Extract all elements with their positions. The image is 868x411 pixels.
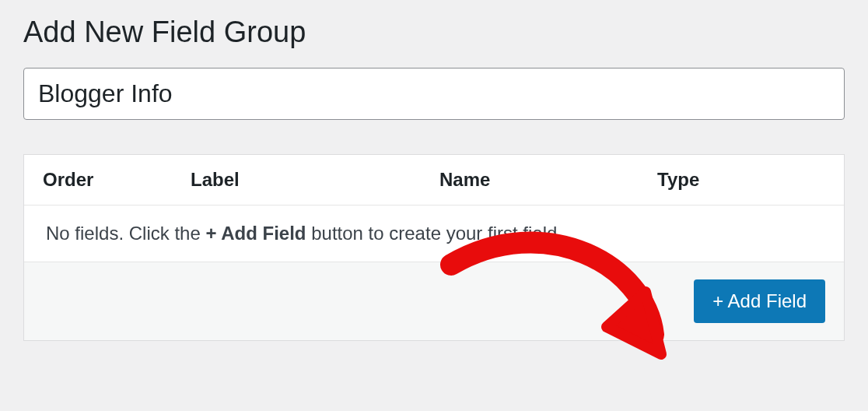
add-field-button[interactable]: + Add Field xyxy=(694,279,825,323)
column-header-type: Type xyxy=(657,169,825,191)
column-header-label: Label xyxy=(191,169,439,191)
column-header-order: Order xyxy=(43,169,191,191)
column-header-name: Name xyxy=(439,169,657,191)
empty-fields-message: No fields. Click the + Add Field button … xyxy=(24,206,844,262)
fields-panel: Order Label Name Type No fields. Click t… xyxy=(23,154,845,341)
empty-bold-action: + Add Field xyxy=(205,223,306,244)
fields-footer: + Add Field xyxy=(24,262,844,340)
page-title: Add New Field Group xyxy=(23,16,845,49)
field-group-title-input[interactable] xyxy=(23,68,845,120)
fields-table-header: Order Label Name Type xyxy=(24,155,844,206)
empty-prefix: No fields. Click the xyxy=(46,223,205,244)
empty-suffix: button to create your first field. xyxy=(306,223,563,244)
